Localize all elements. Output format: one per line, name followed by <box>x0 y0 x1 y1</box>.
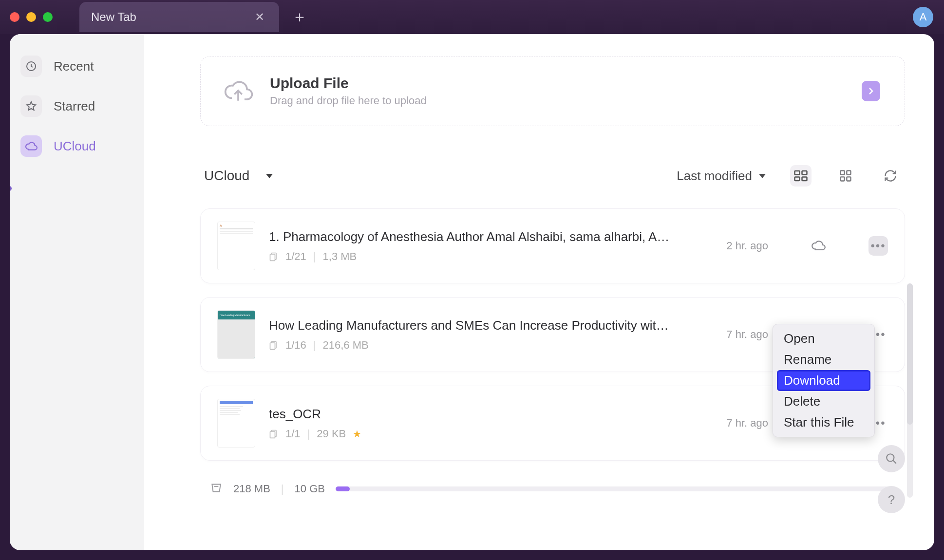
toolbar: UCloud Last modified <box>200 165 905 187</box>
window-controls <box>10 12 53 22</box>
sort-dropdown[interactable]: Last modified <box>677 168 766 184</box>
file-size: 1,3 MB <box>323 250 357 263</box>
file-title: tes_OCR <box>269 407 673 422</box>
upload-cloud-icon <box>223 75 254 107</box>
search-icon <box>885 452 898 465</box>
file-title: 1. Pharmacology of Anesthesia Author Ama… <box>269 229 673 244</box>
storage-used: 218 MB <box>233 483 270 495</box>
svg-rect-1 <box>795 171 800 175</box>
grid-view-button[interactable] <box>835 165 856 187</box>
storage-status: 218 MB | 10 GB <box>200 474 905 504</box>
file-modified-time: 2 hr. ago <box>726 240 768 252</box>
file-modified-time: 7 hr. ago <box>726 417 768 429</box>
new-tab-button[interactable]: ＋ <box>292 6 307 28</box>
upload-expand-button[interactable] <box>862 81 880 101</box>
file-thumbnail: How Leading Manufacturers <box>217 310 255 359</box>
scrollbar[interactable] <box>907 283 913 498</box>
user-avatar[interactable]: A <box>913 7 933 27</box>
minimize-window-button[interactable] <box>26 12 36 22</box>
file-pages: 1/1 <box>285 428 301 440</box>
file-more-button[interactable]: ••• <box>868 236 888 256</box>
upload-dropzone[interactable]: Upload File Drag and drop file here to u… <box>200 56 905 126</box>
search-button[interactable] <box>878 445 905 472</box>
upload-subtitle: Drag and drop file here to upload <box>270 94 427 107</box>
sidebar-item-ucloud[interactable]: UCloud <box>19 133 134 159</box>
star-icon <box>20 95 42 117</box>
file-title: How Leading Manufacturers and SMEs Can I… <box>269 318 673 333</box>
refresh-button[interactable] <box>880 165 901 187</box>
context-menu-rename[interactable]: Rename <box>777 349 870 370</box>
avatar-initial: A <box>920 11 927 23</box>
upload-title: Upload File <box>270 75 427 92</box>
svg-rect-7 <box>841 177 845 181</box>
file-thumbnail <box>217 399 255 448</box>
sidebar-item-label: UCloud <box>54 139 96 154</box>
sidebar-item-recent[interactable]: Recent <box>19 54 134 79</box>
browser-tab[interactable]: New Tab ✕ <box>79 2 279 32</box>
pages-icon <box>269 429 279 439</box>
svg-rect-8 <box>847 177 850 181</box>
svg-rect-14 <box>270 431 275 438</box>
chevron-down-icon <box>759 174 766 178</box>
pages-icon <box>269 252 279 261</box>
svg-rect-3 <box>802 171 807 175</box>
svg-rect-6 <box>847 171 850 175</box>
file-thumbnail: A <box>217 222 255 270</box>
context-menu: Open Rename Download Delete Star this Fi… <box>773 324 875 437</box>
context-menu-star[interactable]: Star this File <box>777 412 870 433</box>
maximize-window-button[interactable] <box>43 12 53 22</box>
svg-rect-2 <box>795 177 800 181</box>
chevron-down-icon <box>266 174 273 178</box>
svg-rect-12 <box>270 343 275 349</box>
help-button[interactable]: ? <box>878 486 905 513</box>
context-menu-download[interactable]: Download <box>777 370 870 391</box>
file-modified-time: 7 hr. ago <box>726 328 768 341</box>
sidebar: Recent Starred UCloud <box>10 34 144 550</box>
list-view-button[interactable] <box>790 165 812 187</box>
folder-label: UCloud <box>204 168 249 184</box>
storage-icon <box>210 481 223 497</box>
sort-label: Last modified <box>677 168 752 184</box>
file-row[interactable]: A 1. Pharmacology of Anesthesia Author A… <box>200 208 905 283</box>
scrollbar-thumb[interactable] <box>907 283 913 425</box>
starred-icon: ★ <box>353 428 361 440</box>
help-icon: ? <box>888 492 895 507</box>
svg-rect-4 <box>802 177 807 181</box>
active-indicator-dot <box>10 186 12 191</box>
storage-progress-track <box>336 486 895 491</box>
context-menu-open[interactable]: Open <box>777 328 870 349</box>
svg-rect-10 <box>270 254 275 261</box>
cloud-icon <box>20 135 42 157</box>
cloud-sync-icon <box>811 238 827 254</box>
main-content: Upload File Drag and drop file here to u… <box>144 34 934 550</box>
file-size: 216,6 MB <box>323 339 369 352</box>
svg-point-15 <box>887 454 894 461</box>
folder-dropdown[interactable]: UCloud <box>204 168 273 184</box>
sidebar-item-label: Starred <box>54 99 95 114</box>
file-pages: 1/21 <box>285 250 306 263</box>
context-menu-delete[interactable]: Delete <box>777 391 870 412</box>
svg-rect-5 <box>841 171 845 175</box>
storage-total: 10 GB <box>295 483 325 495</box>
close-window-button[interactable] <box>10 12 19 22</box>
pages-icon <box>269 340 279 350</box>
file-pages: 1/16 <box>285 339 306 352</box>
tab-title: New Tab <box>91 10 136 24</box>
clock-icon <box>20 56 42 77</box>
sidebar-item-label: Recent <box>54 59 94 74</box>
sidebar-item-starred[interactable]: Starred <box>19 93 134 119</box>
storage-progress-fill <box>336 486 350 491</box>
close-tab-icon[interactable]: ✕ <box>252 10 267 24</box>
file-size: 29 KB <box>317 428 346 440</box>
